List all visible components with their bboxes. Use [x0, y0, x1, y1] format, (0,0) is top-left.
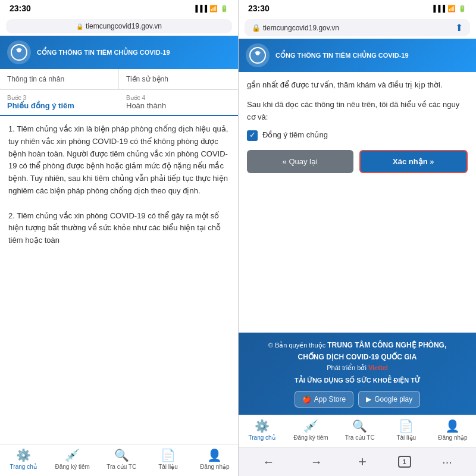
right-bottom-nav: ⚙️ Trang chủ 💉 Đăng ký tiêm 🔍 Tra cứu TC… — [239, 415, 476, 447]
nav-docs-left[interactable]: 📄 Tài liệu — [154, 448, 183, 470]
left-content-text: 1. Tiêm chủng vắc xin là biện pháp phòng… — [8, 123, 230, 247]
left-url-bar[interactable]: 🔒 tiemcungcovid19.gov.vn — [6, 19, 232, 33]
step-4: Bước 4 Hoàn thành — [119, 90, 238, 115]
footer-dev: Phát triển bởi Viettel — [246, 363, 469, 374]
nav-login-left[interactable]: 👤 Đăng nhập — [200, 448, 230, 470]
apple-icon: 🍎 — [302, 395, 311, 403]
right-home-icon: ⚙️ — [255, 419, 270, 433]
browser-forward-button[interactable]: → — [306, 454, 327, 470]
right-content-top: gần nhất để được tư vấn, thăm khám và đi… — [247, 79, 468, 92]
right-user-icon: 👤 — [445, 419, 460, 433]
left-content-area: 1. Tiêm chủng vắc xin là biện pháp phòng… — [0, 116, 238, 444]
play-icon: ▶ — [366, 395, 371, 403]
nav-search-right[interactable]: 🔍 Tra cứu TC — [345, 419, 375, 441]
left-header-title: CỔNG THÔNG TIN TIÊM CHỦNG COVID-19 — [37, 48, 170, 57]
left-steps-row: Bước 3 Phiếu đồng ý tiêm Bước 4 Hoàn thà… — [0, 90, 238, 116]
store-buttons: 🍎 App Store ▶ Google play — [246, 391, 469, 408]
browser-menu-button[interactable]: ··· — [437, 454, 457, 470]
right-search-icon: 🔍 — [352, 419, 367, 433]
tab-medical-history[interactable]: Tiền sử bệnh — [119, 69, 238, 89]
right-content-area: gần nhất để được tư vấn, thăm khám và đi… — [239, 72, 476, 333]
right-url-text: tiemcungcovid19.gov.vn — [263, 24, 339, 32]
left-status-bar: 23:30 ▐▐▐ 📶 🔋 — [0, 0, 238, 17]
right-wifi-icon: 📶 — [447, 5, 456, 12]
left-time: 23:30 — [10, 4, 31, 13]
footer-app-label: TẢI ỨNG DỤNG SỐ SỨC KHOẺ ĐIỆN TỬ — [246, 375, 469, 386]
right-docs-icon: 📄 — [399, 419, 414, 433]
right-register-icon: 💉 — [303, 419, 318, 433]
search-icon-left: 🔍 — [114, 448, 129, 462]
checkbox-label: Đồng ý tiêm chủng — [262, 129, 328, 142]
nav-docs-right[interactable]: 📄 Tài liệu — [392, 419, 421, 441]
footer-copyright: © Bản quyền thuộc TRUNG TÂM CÔNG NGHỆ PH… — [246, 340, 469, 351]
google-play-button[interactable]: ▶ Google play — [358, 391, 420, 408]
nav-login-right[interactable]: 👤 Đăng nhập — [438, 419, 468, 441]
right-header-banner: CỔNG THÔNG TIN TIÊM CHỦNG COVID-19 — [239, 39, 476, 72]
left-logo — [7, 40, 31, 64]
step-3: Bước 3 Phiếu đồng ý tiêm — [0, 90, 119, 115]
docs-icon-left: 📄 — [161, 448, 176, 462]
user-icon-left: 👤 — [207, 448, 222, 462]
right-url-bar[interactable]: 🔒 tiemcungcovid19.gov.vn ⬆ — [245, 19, 470, 36]
right-signal-icon: ▐▐▐ — [431, 5, 445, 12]
action-buttons: « Quay lại Xác nhận » — [247, 150, 468, 173]
consent-checkbox[interactable]: ✓ — [247, 130, 258, 141]
home-icon: ⚙️ — [16, 448, 31, 462]
left-url-text: tiemcungcovid19.gov.vn — [86, 22, 162, 30]
nav-search-left[interactable]: 🔍 Tra cứu TC — [107, 448, 136, 470]
confirm-button[interactable]: Xác nhận » — [359, 150, 468, 173]
app-store-button[interactable]: 🍎 App Store — [295, 391, 353, 408]
footer-org: CHỐNG DỊCH COVID-19 QUỐC GIA — [246, 352, 469, 363]
right-lock-icon: 🔒 — [252, 24, 261, 32]
battery-icon: 🔋 — [220, 5, 228, 12]
signal-icon: ▐▐▐ — [193, 5, 207, 12]
tab-personal-info[interactable]: Thông tin cá nhân — [0, 69, 119, 89]
footer-banner: © Bản quyền thuộc TRUNG TÂM CÔNG NGHỆ PH… — [239, 333, 476, 415]
left-status-icons: ▐▐▐ 📶 🔋 — [193, 5, 228, 12]
browser-back-button[interactable]: ← — [258, 454, 279, 470]
right-phone: 23:30 ▐▐▐ 📶 🔋 🔒 tiemcungcovid19.gov.vn ⬆… — [238, 0, 476, 476]
left-tab-row: Thông tin cá nhân Tiền sử bệnh — [0, 69, 238, 90]
wifi-icon: 📶 — [209, 5, 218, 12]
right-status-icons: ▐▐▐ 📶 🔋 — [431, 5, 466, 12]
right-header-title: CỔNG THÔNG TIN TIÊM CHỦNG COVID-19 — [275, 51, 409, 60]
browser-add-button[interactable]: + — [353, 452, 371, 471]
checkbox-row[interactable]: ✓ Đồng ý tiêm chủng — [247, 129, 468, 142]
browser-bar: ← → + 1 ··· — [239, 447, 476, 476]
left-bottom-nav: ⚙️ Trang chủ 💉 Đăng ký tiêm 🔍 Tra cứu TC… — [0, 444, 238, 476]
right-battery-icon: 🔋 — [458, 5, 466, 12]
nav-home-right[interactable]: ⚙️ Trang chủ — [247, 419, 277, 441]
back-button[interactable]: « Quay lại — [247, 150, 353, 173]
right-logo — [246, 43, 270, 67]
left-phone: 23:30 ▐▐▐ 📶 🔋 🔒 tiemcungcovid19.gov.vn C… — [0, 0, 238, 476]
right-status-bar: 23:30 ▐▐▐ 📶 🔋 — [239, 0, 476, 17]
consent-text: Sau khi đã đọc các thông tin nêu trên, t… — [247, 99, 468, 124]
share-icon[interactable]: ⬆ — [455, 22, 463, 33]
left-header-banner: CỔNG THÔNG TIN TIÊM CHỦNG COVID-19 — [0, 36, 238, 69]
lock-icon: 🔒 — [76, 23, 83, 30]
register-icon: 💉 — [65, 448, 80, 462]
browser-tabs-button[interactable]: 1 — [398, 456, 411, 468]
svg-point-1 — [17, 49, 21, 52]
right-url-center: 🔒 tiemcungcovid19.gov.vn — [252, 24, 339, 32]
right-time: 23:30 — [248, 4, 270, 13]
svg-point-3 — [256, 52, 259, 55]
nav-register-left[interactable]: 💉 Đăng ký tiêm — [55, 448, 89, 470]
nav-home-left[interactable]: ⚙️ Trang chủ — [8, 448, 38, 470]
nav-register-right[interactable]: 💉 Đăng ký tiêm — [293, 419, 328, 441]
